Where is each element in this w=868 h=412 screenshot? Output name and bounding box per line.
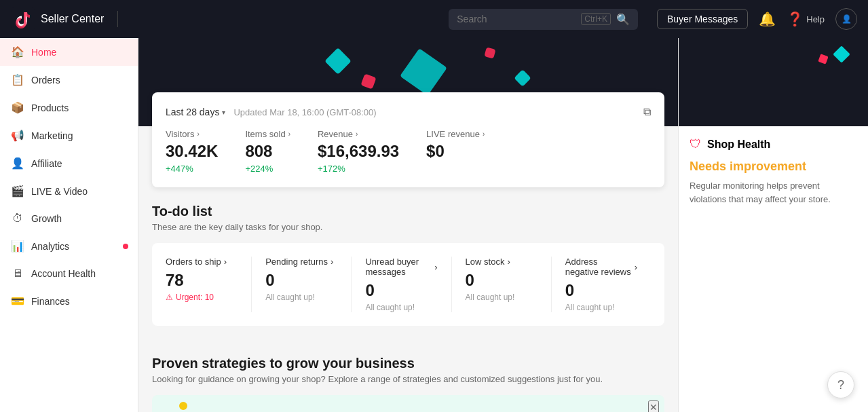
tiktok-icon (11, 7, 35, 31)
metric-revenue: Revenue › $16,639.93 +172% (318, 129, 399, 174)
todo-item-negative-reviews: Address negative reviews › 0 All caught … (552, 257, 651, 312)
deco-shape-2 (360, 73, 376, 89)
search-box[interactable]: Ctrl+K 🔍 (449, 9, 638, 30)
buyer-messages-sub: All caught up! (365, 303, 437, 312)
search-input[interactable] (457, 14, 575, 24)
metric-live-revenue: LIVE revenue › $0 (426, 129, 485, 174)
pending-returns-label[interactable]: Pending returns › (265, 257, 337, 267)
deco-shape-3 (400, 48, 447, 96)
sidebar-item-finances[interactable]: 💳 Finances (0, 287, 138, 315)
help-fab-button[interactable]: ? (827, 371, 854, 398)
low-stock-sub: All caught up! (466, 293, 537, 302)
strategies-subtitle: Looking for guidance on growing your sho… (152, 374, 664, 384)
sidebar-label-account-health: Account Health (31, 268, 96, 279)
external-link-icon[interactable]: ⧉ (643, 106, 651, 118)
help-label: Help (806, 14, 825, 24)
sidebar-item-products[interactable]: 📦 Products (0, 94, 138, 121)
metric-items-label[interactable]: Items sold › (245, 129, 290, 139)
sidebar-item-home[interactable]: 🏠 Home (0, 38, 138, 66)
low-stock-value: 0 (466, 271, 537, 290)
orders-to-ship-value: 78 (166, 271, 238, 290)
live-icon: 🎬 (11, 185, 24, 198)
products-icon: 📦 (11, 101, 24, 114)
messages-arrow-icon: › (434, 262, 437, 272)
shop-health-header: 🛡 Shop Health (690, 137, 857, 151)
help-button[interactable]: ❓ Help (787, 11, 825, 27)
sidebar-label-live: LIVE & Video (31, 186, 88, 197)
pending-returns-value: 0 (265, 271, 337, 290)
buyer-messages-button[interactable]: Buyer Messages (657, 9, 748, 29)
stats-header: Last 28 days ▾ Updated Mar 18, 16:00 (GM… (166, 106, 651, 118)
metric-live-revenue-label[interactable]: LIVE revenue › (426, 129, 485, 139)
shop-health-title: Shop Health (707, 138, 770, 151)
negative-reviews-label[interactable]: Address negative reviews › (565, 257, 637, 277)
sidebar-label-analytics: Analytics (31, 241, 69, 252)
orders-to-ship-label[interactable]: Orders to ship › (166, 257, 238, 267)
search-icon: 🔍 (616, 13, 630, 26)
marketing-icon: 📢 (11, 129, 24, 142)
todo-item-buyer-messages: Unread buyer messages › 0 All caught up! (352, 257, 451, 312)
deco-shape-5 (514, 69, 531, 86)
strategies-title: Proven strategies to grow your business (152, 342, 664, 371)
updated-text: Updated Mar 18, 16:00 (GMT-08:00) (233, 107, 376, 117)
affiliate-icon: 👤 (11, 157, 24, 170)
date-selector[interactable]: Last 28 days ▾ (166, 107, 225, 117)
navbar-actions: Buyer Messages 🔔 ❓ Help 👤 (657, 8, 857, 30)
low-stock-label[interactable]: Low stock › (466, 257, 537, 267)
main-content: Last 28 days ▾ Updated Mar 18, 16:00 (GM… (138, 38, 678, 412)
buyer-messages-value: 0 (365, 281, 437, 300)
sidebar-item-growth[interactable]: ⏱ Growth (0, 205, 138, 232)
sidebar-label-marketing: Marketing (31, 130, 73, 141)
orders-icon: 📋 (11, 73, 24, 86)
sidebar-item-orders[interactable]: 📋 Orders (0, 66, 138, 94)
stats-metrics: Visitors › 30.42K +447% Items sold › 808… (166, 129, 651, 174)
metric-items-change: +224% (245, 164, 290, 174)
search-shortcut: Ctrl+K (581, 13, 611, 25)
spring-sale-close-button[interactable]: ✕ (648, 400, 659, 412)
sidebar-item-live-video[interactable]: 🎬 LIVE & Video (0, 177, 138, 205)
sidebar: 🏠 Home 📋 Orders 📦 Products 📢 Marketing 👤… (0, 38, 138, 412)
navbar: Seller Center Ctrl+K 🔍 Buyer Messages 🔔 … (0, 0, 868, 38)
sidebar-item-affiliate[interactable]: 👤 Affiliate (0, 149, 138, 177)
negative-reviews-sub: All caught up! (565, 303, 637, 312)
todo-item-orders-to-ship: Orders to ship › 78 ⚠ Urgent: 10 (166, 257, 252, 312)
notifications-button[interactable]: 🔔 (759, 11, 776, 27)
urgent-badge: ⚠ Urgent: 10 (166, 293, 238, 302)
avatar-icon: 👤 (842, 14, 852, 24)
deco-right-2 (833, 45, 850, 62)
visitors-arrow-icon: › (197, 130, 199, 138)
todo-subtitle: These are the key daily tasks for your s… (152, 222, 664, 232)
urgent-text: Urgent: 10 (176, 293, 214, 302)
pending-returns-sub: All caught up! (265, 293, 337, 302)
analytics-icon: 📊 (11, 240, 24, 252)
right-panel: 🛡 Shop Health Needs improvement Regular … (678, 38, 868, 412)
buyer-messages-label[interactable]: Unread buyer messages › (365, 257, 437, 277)
todo-item-low-stock: Low stock › 0 All caught up! (452, 257, 552, 312)
avatar[interactable]: 👤 (835, 8, 857, 30)
reviews-arrow-icon: › (635, 262, 637, 272)
shop-health-description: Regular monitoring helps prevent violati… (690, 179, 857, 206)
metric-items-sold: Items sold › 808 +224% (245, 129, 290, 174)
live-revenue-arrow-icon: › (483, 130, 485, 138)
deco-right-1 (818, 54, 828, 64)
urgent-icon: ⚠ (166, 293, 173, 302)
layout: 🏠 Home 📋 Orders 📦 Products 📢 Marketing 👤… (0, 38, 868, 412)
orders-arrow-icon: › (224, 257, 227, 267)
account-health-icon: 🖥 (11, 267, 24, 280)
analytics-badge (123, 244, 128, 249)
todo-title: To-do list (152, 204, 664, 219)
negative-reviews-value: 0 (565, 281, 637, 300)
shop-health-banner (679, 38, 868, 126)
metric-live-revenue-value: $0 (426, 142, 485, 161)
metric-visitors-label[interactable]: Visitors › (166, 129, 218, 139)
shield-icon: 🛡 (690, 137, 702, 151)
content-area: Last 28 days ▾ Updated Mar 18, 16:00 (GM… (138, 126, 678, 412)
sidebar-item-analytics[interactable]: 📊 Analytics (0, 232, 138, 260)
metric-revenue-label[interactable]: Revenue › (318, 129, 399, 139)
sidebar-item-account-health[interactable]: 🖥 Account Health (0, 260, 138, 287)
deco-shape-1 (324, 48, 352, 75)
sidebar-item-marketing[interactable]: 📢 Marketing (0, 121, 138, 149)
navbar-logo: Seller Center (11, 7, 104, 31)
metric-visitors: Visitors › 30.42K +447% (166, 129, 218, 174)
spring-sale-card: ✕ Spring Sale Maximize your sales potent… (152, 395, 664, 412)
